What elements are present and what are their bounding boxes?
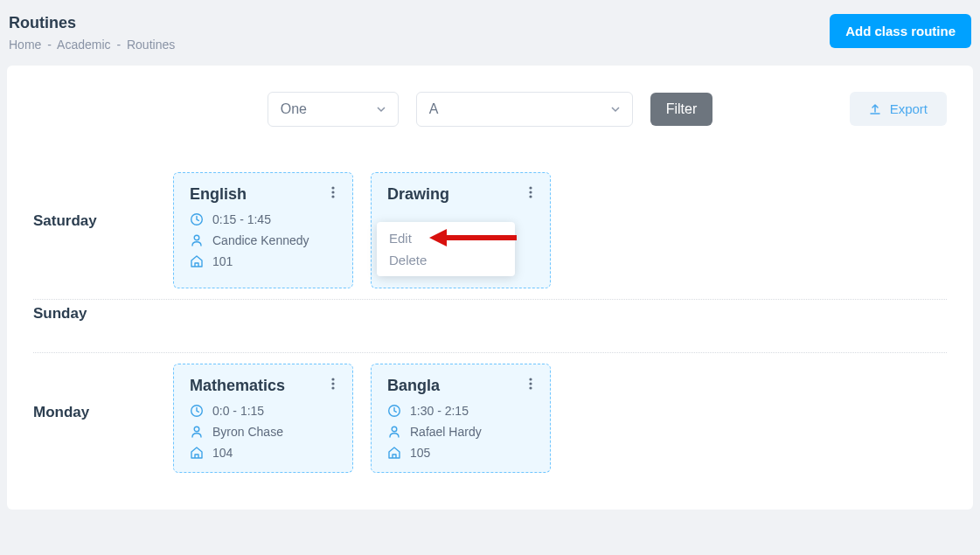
- card-teacher: Candice Kennedy: [212, 233, 309, 247]
- export-button[interactable]: Export: [850, 92, 947, 126]
- routine-card: Bangla 1:30 - 2:15 Rafael Hardy 105: [371, 364, 551, 473]
- svg-point-17: [529, 378, 532, 380]
- svg-point-18: [529, 382, 532, 385]
- kebab-menu-icon[interactable]: [524, 185, 538, 199]
- home-icon: [190, 254, 204, 268]
- person-icon: [190, 425, 204, 439]
- card-dropdown: Edit Delete: [377, 222, 515, 276]
- kebab-menu-icon[interactable]: [326, 185, 340, 199]
- breadcrumb-academic[interactable]: Academic: [57, 38, 110, 52]
- day-row-monday: Monday Mathematics 0:0 - 1:15 Byron Chas…: [33, 352, 947, 483]
- card-time: 0:0 - 1:15: [212, 404, 264, 418]
- kebab-menu-icon[interactable]: [524, 377, 538, 391]
- day-label: Sunday: [33, 305, 173, 343]
- card-room: 101: [212, 254, 233, 268]
- card-subject: English: [190, 185, 337, 204]
- card-subject: Drawing: [387, 185, 534, 204]
- svg-point-0: [331, 186, 334, 189]
- svg-point-12: [331, 378, 334, 380]
- upload-icon: [869, 103, 881, 115]
- svg-point-4: [194, 235, 199, 240]
- dropdown-edit[interactable]: Edit: [377, 227, 515, 249]
- class-select-value: One: [281, 101, 307, 117]
- day-row-sunday: Sunday: [33, 299, 947, 352]
- card-teacher: Rafael Hardy: [410, 425, 482, 439]
- person-icon: [387, 425, 401, 439]
- chevron-down-icon: [611, 105, 620, 114]
- routine-card: Drawing 104 Edit Delete: [371, 172, 551, 288]
- export-label: Export: [890, 101, 928, 116]
- breadcrumb-home[interactable]: Home: [9, 38, 41, 52]
- card-time: 1:30 - 2:15: [410, 404, 469, 418]
- svg-point-2: [331, 195, 334, 198]
- clock-icon: [190, 212, 204, 226]
- card-room: 105: [410, 446, 430, 460]
- chevron-down-icon: [377, 105, 386, 114]
- svg-point-7: [529, 195, 532, 198]
- clock-icon: [190, 404, 204, 418]
- clock-icon: [387, 404, 401, 418]
- kebab-menu-icon[interactable]: [326, 377, 340, 391]
- section-select[interactable]: A: [416, 92, 633, 127]
- svg-point-6: [529, 191, 532, 193]
- day-label: Monday: [33, 358, 173, 421]
- svg-point-5: [529, 186, 532, 189]
- routine-card: Mathematics 0:0 - 1:15 Byron Chase 104: [173, 364, 353, 473]
- filter-button[interactable]: Filter: [650, 93, 713, 126]
- svg-point-19: [529, 386, 532, 389]
- svg-point-14: [331, 386, 334, 389]
- card-subject: Bangla: [387, 377, 534, 395]
- card-time: 0:15 - 1:45: [212, 212, 271, 226]
- breadcrumb-current: Routines: [127, 38, 175, 52]
- svg-point-21: [392, 427, 397, 432]
- card-room: 104: [212, 446, 233, 460]
- filters-row: One A Filter Export: [33, 92, 947, 127]
- person-icon: [190, 233, 204, 247]
- dropdown-delete[interactable]: Delete: [377, 249, 515, 271]
- svg-point-13: [331, 382, 334, 385]
- page-title: Routines: [9, 14, 175, 32]
- class-select[interactable]: One: [268, 92, 399, 127]
- breadcrumb-sep: -: [47, 38, 52, 52]
- card-teacher: Byron Chase: [212, 425, 283, 439]
- home-icon: [190, 446, 204, 460]
- section-select-value: A: [429, 101, 439, 117]
- svg-point-1: [331, 191, 334, 193]
- add-class-routine-button[interactable]: Add class routine: [830, 14, 971, 48]
- day-row-saturday: Saturday English 0:15 - 1:45 Candice Ken…: [33, 162, 947, 299]
- home-icon: [387, 446, 401, 460]
- breadcrumb-sep: -: [116, 38, 121, 52]
- routine-card: English 0:15 - 1:45 Candice Kennedy 101: [173, 172, 353, 288]
- card-subject: Mathematics: [190, 377, 337, 395]
- svg-point-16: [194, 427, 199, 432]
- main-panel: One A Filter Export Saturday English 0:1…: [7, 66, 973, 510]
- breadcrumb: Home - Academic - Routines: [9, 38, 175, 52]
- day-label: Saturday: [33, 167, 173, 230]
